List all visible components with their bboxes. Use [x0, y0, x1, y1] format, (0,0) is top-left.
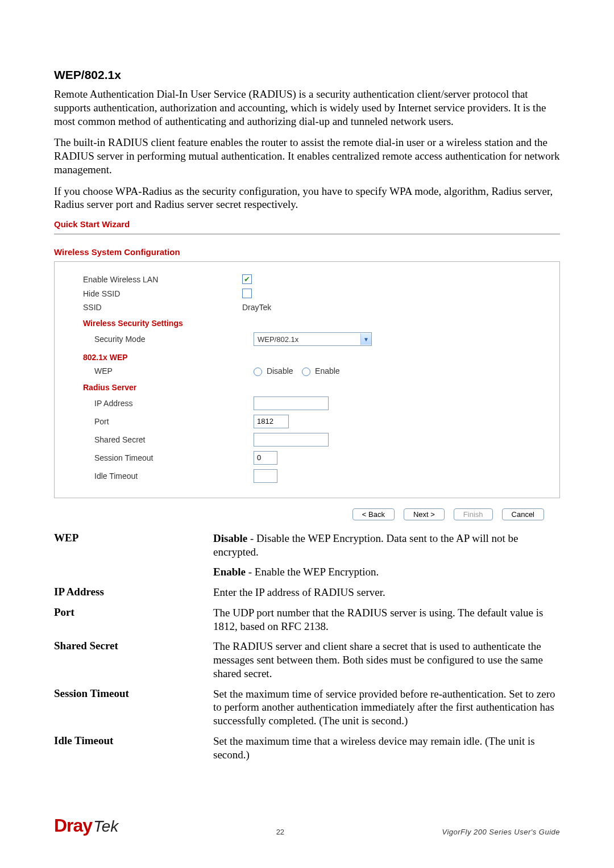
- secret-input[interactable]: [254, 433, 329, 446]
- def-wep-body2: Enable - Enable the WEP Encryption.: [213, 565, 560, 579]
- chevron-down-icon: ▼: [360, 333, 371, 345]
- enable-wlan-label: Enable Wireless LAN: [72, 275, 242, 284]
- wep-label: WEP: [72, 366, 254, 375]
- def-session-body: Set the maximum time of service provided…: [213, 687, 560, 728]
- def-wep-enable-text: - Enable the WEP Encryption.: [246, 566, 379, 578]
- intro-para-3: If you choose WPA-Radius as the security…: [54, 185, 560, 212]
- guide-title: VigorFly 200 Series User's Guide: [442, 828, 560, 836]
- intro-para-1: Remote Authentication Dial-In User Servi…: [54, 87, 560, 128]
- hide-ssid-checkbox[interactable]: [242, 289, 252, 298]
- def-idle-body: Set the maximum time that a wireless dev…: [213, 735, 560, 762]
- port-input[interactable]: 1812: [254, 415, 289, 428]
- def-idle-term: Idle Timeout: [54, 735, 213, 762]
- hide-ssid-label: Hide SSID: [72, 289, 242, 298]
- security-mode-select[interactable]: WEP/802.1x ▼: [254, 332, 372, 346]
- cancel-button[interactable]: Cancel: [502, 508, 544, 520]
- wizard-title: Quick Start Wizard: [54, 219, 560, 229]
- back-button[interactable]: < Back: [352, 508, 395, 520]
- def-ip-term: IP Address: [54, 586, 213, 599]
- def-wep-term: WEP: [54, 532, 213, 559]
- session-input[interactable]: 0: [254, 451, 277, 465]
- security-mode-label: Security Mode: [72, 335, 254, 344]
- def-ip-body: Enter the IP address of RADIUS server.: [213, 586, 560, 599]
- def-secret-term: Shared Secret: [54, 640, 213, 680]
- ssid-value: DrayTek: [242, 303, 271, 312]
- page-footer: DrayTek 22 VigorFly 200 Series User's Gu…: [54, 815, 560, 836]
- ssid-label: SSID: [72, 303, 242, 312]
- wizard-rule: [54, 233, 560, 235]
- wep-disable-radio[interactable]: [254, 368, 262, 376]
- brand-dray: Dray: [54, 815, 92, 836]
- def-session-term: Session Timeout: [54, 687, 213, 728]
- wep-enable-text: Enable: [315, 366, 340, 375]
- security-settings-heading: Wireless Security Settings: [72, 314, 542, 330]
- secret-label: Shared Secret: [72, 435, 254, 444]
- def-wep-disable-text: - Disable the WEP Encryption. Data sent …: [213, 532, 518, 558]
- intro-para-2: The built-in RADIUS client feature enabl…: [54, 136, 560, 176]
- finish-button: Finish: [454, 508, 493, 520]
- def-empty-term: [54, 565, 213, 579]
- section-title: WEP/802.1x: [54, 68, 560, 82]
- idle-label: Idle Timeout: [72, 471, 254, 481]
- security-mode-value: WEP/802.1x: [258, 335, 298, 344]
- def-secret-body: The RADIUS server and client share a sec…: [213, 640, 560, 680]
- idle-input[interactable]: [254, 469, 277, 483]
- wep-disable-text: Disable: [267, 366, 293, 375]
- def-wep-enable-bold: Enable: [213, 566, 246, 578]
- wizard-button-bar: < Back Next > Finish Cancel: [54, 508, 560, 520]
- wireless-config-panel: Enable Wireless LAN ✔ Hide SSID SSID Dra…: [54, 261, 560, 498]
- wep-enable-radio[interactable]: [302, 368, 310, 376]
- def-port-body: The UDP port number that the RADIUS serv…: [213, 606, 560, 633]
- radius-heading: Radius Server: [72, 378, 542, 394]
- def-wep-body1: Disable - Disable the WEP Encryption. Da…: [213, 532, 560, 559]
- ip-label: IP Address: [72, 399, 254, 408]
- brand-tek: Tek: [93, 817, 118, 835]
- enable-wlan-checkbox[interactable]: ✔: [242, 274, 252, 284]
- definition-list: WEP Disable - Disable the WEP Encryption…: [54, 532, 560, 762]
- def-port-term: Port: [54, 606, 213, 633]
- def-wep-disable-bold: Disable: [213, 532, 247, 544]
- panel-title: Wireless System Configuration: [54, 247, 560, 257]
- ip-input[interactable]: [254, 397, 329, 410]
- wep-heading: 802.1x WEP: [72, 348, 542, 364]
- page-number: 22: [276, 828, 284, 836]
- next-button[interactable]: Next >: [404, 508, 445, 520]
- session-label: Session Timeout: [72, 453, 254, 462]
- port-label: Port: [72, 417, 254, 426]
- brand-logo: DrayTek: [54, 815, 118, 836]
